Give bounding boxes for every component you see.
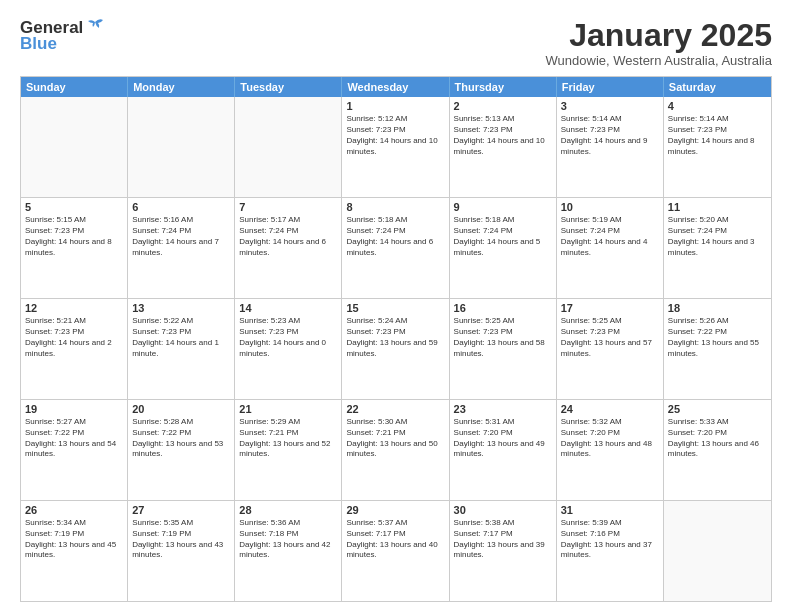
cell-info: Sunrise: 5:25 AMSunset: 7:23 PMDaylight:… xyxy=(454,316,552,359)
week-row-3: 12Sunrise: 5:21 AMSunset: 7:23 PMDayligh… xyxy=(21,299,771,400)
cell-info: Sunrise: 5:36 AMSunset: 7:18 PMDaylight:… xyxy=(239,518,337,561)
day-header-friday: Friday xyxy=(557,77,664,97)
day-number: 8 xyxy=(346,201,444,213)
title-area: January 2025 Wundowie, Western Australia… xyxy=(546,18,772,68)
day-header-saturday: Saturday xyxy=(664,77,771,97)
table-row: 11Sunrise: 5:20 AMSunset: 7:24 PMDayligh… xyxy=(664,198,771,298)
day-header-monday: Monday xyxy=(128,77,235,97)
day-number: 23 xyxy=(454,403,552,415)
table-row: 22Sunrise: 5:30 AMSunset: 7:21 PMDayligh… xyxy=(342,400,449,500)
logo-blue: Blue xyxy=(20,34,57,54)
cell-info: Sunrise: 5:21 AMSunset: 7:23 PMDaylight:… xyxy=(25,316,123,359)
table-row: 31Sunrise: 5:39 AMSunset: 7:16 PMDayligh… xyxy=(557,501,664,601)
table-row: 5Sunrise: 5:15 AMSunset: 7:23 PMDaylight… xyxy=(21,198,128,298)
day-header-thursday: Thursday xyxy=(450,77,557,97)
cell-info: Sunrise: 5:29 AMSunset: 7:21 PMDaylight:… xyxy=(239,417,337,460)
cell-info: Sunrise: 5:14 AMSunset: 7:23 PMDaylight:… xyxy=(561,114,659,157)
calendar: SundayMondayTuesdayWednesdayThursdayFrid… xyxy=(20,76,772,602)
cell-info: Sunrise: 5:28 AMSunset: 7:22 PMDaylight:… xyxy=(132,417,230,460)
day-number: 30 xyxy=(454,504,552,516)
cell-info: Sunrise: 5:22 AMSunset: 7:23 PMDaylight:… xyxy=(132,316,230,359)
day-number: 19 xyxy=(25,403,123,415)
table-row: 27Sunrise: 5:35 AMSunset: 7:19 PMDayligh… xyxy=(128,501,235,601)
cell-info: Sunrise: 5:16 AMSunset: 7:24 PMDaylight:… xyxy=(132,215,230,258)
cell-info: Sunrise: 5:17 AMSunset: 7:24 PMDaylight:… xyxy=(239,215,337,258)
table-row: 26Sunrise: 5:34 AMSunset: 7:19 PMDayligh… xyxy=(21,501,128,601)
day-number: 3 xyxy=(561,100,659,112)
day-number: 18 xyxy=(668,302,767,314)
cell-info: Sunrise: 5:24 AMSunset: 7:23 PMDaylight:… xyxy=(346,316,444,359)
location: Wundowie, Western Australia, Australia xyxy=(546,53,772,68)
day-number: 1 xyxy=(346,100,444,112)
cell-info: Sunrise: 5:15 AMSunset: 7:23 PMDaylight:… xyxy=(25,215,123,258)
day-number: 27 xyxy=(132,504,230,516)
day-number: 26 xyxy=(25,504,123,516)
day-header-tuesday: Tuesday xyxy=(235,77,342,97)
table-row: 28Sunrise: 5:36 AMSunset: 7:18 PMDayligh… xyxy=(235,501,342,601)
table-row: 18Sunrise: 5:26 AMSunset: 7:22 PMDayligh… xyxy=(664,299,771,399)
table-row: 17Sunrise: 5:25 AMSunset: 7:23 PMDayligh… xyxy=(557,299,664,399)
table-row xyxy=(235,97,342,197)
day-number: 7 xyxy=(239,201,337,213)
day-header-wednesday: Wednesday xyxy=(342,77,449,97)
cell-info: Sunrise: 5:32 AMSunset: 7:20 PMDaylight:… xyxy=(561,417,659,460)
day-number: 4 xyxy=(668,100,767,112)
table-row: 29Sunrise: 5:37 AMSunset: 7:17 PMDayligh… xyxy=(342,501,449,601)
cell-info: Sunrise: 5:34 AMSunset: 7:19 PMDaylight:… xyxy=(25,518,123,561)
day-number: 28 xyxy=(239,504,337,516)
week-row-2: 5Sunrise: 5:15 AMSunset: 7:23 PMDaylight… xyxy=(21,198,771,299)
table-row: 3Sunrise: 5:14 AMSunset: 7:23 PMDaylight… xyxy=(557,97,664,197)
cell-info: Sunrise: 5:33 AMSunset: 7:20 PMDaylight:… xyxy=(668,417,767,460)
table-row: 12Sunrise: 5:21 AMSunset: 7:23 PMDayligh… xyxy=(21,299,128,399)
table-row xyxy=(664,501,771,601)
table-row: 7Sunrise: 5:17 AMSunset: 7:24 PMDaylight… xyxy=(235,198,342,298)
table-row: 19Sunrise: 5:27 AMSunset: 7:22 PMDayligh… xyxy=(21,400,128,500)
table-row xyxy=(21,97,128,197)
day-number: 14 xyxy=(239,302,337,314)
cell-info: Sunrise: 5:30 AMSunset: 7:21 PMDaylight:… xyxy=(346,417,444,460)
table-row: 30Sunrise: 5:38 AMSunset: 7:17 PMDayligh… xyxy=(450,501,557,601)
day-number: 6 xyxy=(132,201,230,213)
day-number: 11 xyxy=(668,201,767,213)
table-row: 14Sunrise: 5:23 AMSunset: 7:23 PMDayligh… xyxy=(235,299,342,399)
table-row: 4Sunrise: 5:14 AMSunset: 7:23 PMDaylight… xyxy=(664,97,771,197)
cell-info: Sunrise: 5:27 AMSunset: 7:22 PMDaylight:… xyxy=(25,417,123,460)
week-row-4: 19Sunrise: 5:27 AMSunset: 7:22 PMDayligh… xyxy=(21,400,771,501)
day-number: 13 xyxy=(132,302,230,314)
calendar-body: 1Sunrise: 5:12 AMSunset: 7:23 PMDaylight… xyxy=(21,97,771,601)
table-row: 24Sunrise: 5:32 AMSunset: 7:20 PMDayligh… xyxy=(557,400,664,500)
cell-info: Sunrise: 5:18 AMSunset: 7:24 PMDaylight:… xyxy=(454,215,552,258)
table-row: 16Sunrise: 5:25 AMSunset: 7:23 PMDayligh… xyxy=(450,299,557,399)
table-row: 1Sunrise: 5:12 AMSunset: 7:23 PMDaylight… xyxy=(342,97,449,197)
cell-info: Sunrise: 5:31 AMSunset: 7:20 PMDaylight:… xyxy=(454,417,552,460)
table-row: 21Sunrise: 5:29 AMSunset: 7:21 PMDayligh… xyxy=(235,400,342,500)
table-row: 25Sunrise: 5:33 AMSunset: 7:20 PMDayligh… xyxy=(664,400,771,500)
week-row-1: 1Sunrise: 5:12 AMSunset: 7:23 PMDaylight… xyxy=(21,97,771,198)
day-number: 25 xyxy=(668,403,767,415)
table-row: 9Sunrise: 5:18 AMSunset: 7:24 PMDaylight… xyxy=(450,198,557,298)
table-row: 8Sunrise: 5:18 AMSunset: 7:24 PMDaylight… xyxy=(342,198,449,298)
cell-info: Sunrise: 5:26 AMSunset: 7:22 PMDaylight:… xyxy=(668,316,767,359)
month-title: January 2025 xyxy=(546,18,772,53)
day-number: 5 xyxy=(25,201,123,213)
day-number: 29 xyxy=(346,504,444,516)
day-number: 21 xyxy=(239,403,337,415)
day-number: 10 xyxy=(561,201,659,213)
page: General Blue January 2025 Wundowie, West… xyxy=(0,0,792,612)
cell-info: Sunrise: 5:39 AMSunset: 7:16 PMDaylight:… xyxy=(561,518,659,561)
day-number: 22 xyxy=(346,403,444,415)
day-number: 2 xyxy=(454,100,552,112)
cell-info: Sunrise: 5:18 AMSunset: 7:24 PMDaylight:… xyxy=(346,215,444,258)
day-number: 12 xyxy=(25,302,123,314)
day-number: 24 xyxy=(561,403,659,415)
table-row xyxy=(128,97,235,197)
table-row: 6Sunrise: 5:16 AMSunset: 7:24 PMDaylight… xyxy=(128,198,235,298)
day-header-sunday: Sunday xyxy=(21,77,128,97)
cell-info: Sunrise: 5:12 AMSunset: 7:23 PMDaylight:… xyxy=(346,114,444,157)
table-row: 23Sunrise: 5:31 AMSunset: 7:20 PMDayligh… xyxy=(450,400,557,500)
day-number: 16 xyxy=(454,302,552,314)
cell-info: Sunrise: 5:38 AMSunset: 7:17 PMDaylight:… xyxy=(454,518,552,561)
cell-info: Sunrise: 5:37 AMSunset: 7:17 PMDaylight:… xyxy=(346,518,444,561)
day-number: 17 xyxy=(561,302,659,314)
cell-info: Sunrise: 5:23 AMSunset: 7:23 PMDaylight:… xyxy=(239,316,337,359)
